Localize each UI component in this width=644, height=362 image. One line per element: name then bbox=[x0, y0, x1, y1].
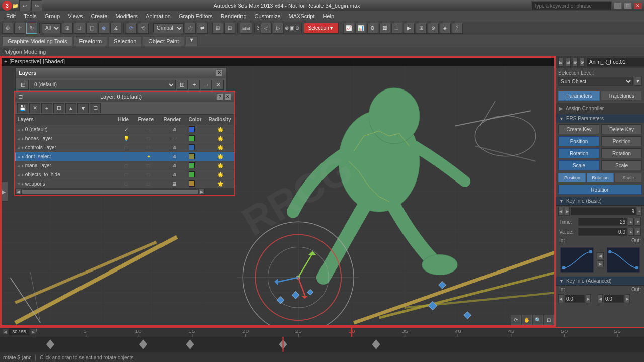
minimize-button[interactable]: ─ bbox=[614, 2, 622, 9]
reference-coord-select[interactable]: Gimbal bbox=[153, 23, 184, 33]
close-button[interactable]: ✕ bbox=[634, 2, 642, 9]
time-up-btn[interactable]: ▲ bbox=[628, 218, 634, 226]
menu-modifiers[interactable]: Modifiers bbox=[111, 11, 142, 21]
layer-row-objects-hide[interactable]: ≡ ♦ objects_to_hide □ □ 🖥 🌟 bbox=[16, 170, 234, 179]
ld-collapse-btn[interactable]: ⊟ bbox=[90, 103, 101, 113]
scroll-thumb[interactable] bbox=[22, 190, 198, 194]
menu-file-icon[interactable]: 📁 bbox=[12, 3, 18, 9]
layer-detail-scrollbar[interactable]: ◀ ▶ bbox=[15, 189, 234, 195]
adv-in-input[interactable] bbox=[565, 295, 585, 303]
menu-edit[interactable]: Edit bbox=[2, 11, 20, 21]
param-editor-btn[interactable]: ⚙ bbox=[367, 23, 378, 34]
in-curve-area[interactable] bbox=[560, 247, 594, 273]
menu-tools[interactable]: Tools bbox=[20, 11, 41, 21]
menu-animation[interactable]: Animation bbox=[142, 11, 175, 21]
curve-left-btn[interactable]: ◀ bbox=[597, 252, 604, 259]
create-rotation-btn[interactable]: Rotation bbox=[558, 148, 599, 158]
use-center-btn[interactable]: ◎ bbox=[185, 23, 196, 34]
viewport[interactable]: + [Perspective] [Shaded] bbox=[0, 56, 556, 327]
value-down-btn[interactable]: ▼ bbox=[635, 228, 641, 236]
layer-row-dont-select[interactable]: ≡ ♦ dont_select □ ✦ 🖥 🌟 bbox=[16, 152, 234, 161]
layer-color-dont[interactable] bbox=[187, 152, 207, 161]
tl-next-frame-btn[interactable]: ▶ bbox=[30, 329, 36, 335]
layer-freeze-objects[interactable]: □ bbox=[136, 170, 162, 179]
layer-color-default[interactable] bbox=[187, 125, 207, 134]
normal-align-btn[interactable]: ⊟ bbox=[224, 23, 235, 34]
undo-scene-btn[interactable]: ⟳ bbox=[126, 23, 137, 34]
prs-scale-btn[interactable]: Scale bbox=[615, 173, 642, 182]
layer-color-weapons[interactable] bbox=[187, 179, 207, 188]
layer-detail-close[interactable]: ✕ bbox=[224, 93, 231, 100]
snap-toggle-btn[interactable]: ⊗ bbox=[98, 23, 109, 34]
layer-mgr-btn[interactable]: ⊟⊞ bbox=[240, 23, 252, 34]
curve-right-btn[interactable]: ▶ bbox=[597, 260, 604, 267]
orbit-btn[interactable]: ⟳ bbox=[511, 315, 521, 325]
viewport-expand-btn[interactable]: ▶ bbox=[0, 182, 8, 202]
redo-btn[interactable]: ↪ bbox=[31, 0, 42, 11]
layer-row-weapons[interactable]: ≡ ♦ weapons □ □ 🖥 🌟 bbox=[16, 179, 234, 188]
sub-object-select[interactable]: Sub-Object bbox=[558, 77, 633, 86]
rp-icon-2[interactable]: ⊞ bbox=[566, 58, 571, 67]
key-info-advanced-header[interactable]: ▼ Key Info (Advanced) bbox=[556, 277, 644, 286]
layer-freeze-controls[interactable]: □ bbox=[136, 143, 162, 152]
time-down-btn[interactable]: ▼ bbox=[635, 218, 641, 226]
ld-merge-btn[interactable]: ⊞ bbox=[53, 103, 64, 113]
layer-color-controls[interactable] bbox=[187, 143, 207, 152]
out-curve-area[interactable] bbox=[607, 247, 640, 273]
menu-create[interactable]: Create bbox=[87, 11, 111, 21]
adv-in-arrow-left[interactable]: ◀ bbox=[558, 294, 564, 303]
window-crossing-btn[interactable]: ◫ bbox=[86, 23, 97, 34]
layer-color-mana[interactable] bbox=[187, 161, 207, 170]
create-selection-btn[interactable]: Selection ▼ bbox=[304, 23, 339, 34]
layer-render-dont[interactable]: 🖥 bbox=[162, 152, 187, 161]
menu-rendering[interactable]: Rendering bbox=[217, 11, 251, 21]
undo-btn[interactable]: ↩ bbox=[19, 0, 30, 11]
mirror-btn[interactable]: ⇌ bbox=[197, 23, 208, 34]
layers-add-btn[interactable]: + bbox=[189, 80, 200, 90]
render-iter-btn[interactable]: ⊞ bbox=[416, 23, 427, 34]
ld-close-btn[interactable]: ✕ bbox=[29, 103, 40, 113]
create-position-btn[interactable]: Position bbox=[558, 136, 599, 146]
ld-down-btn[interactable]: ▼ bbox=[77, 103, 89, 113]
menu-maxscript[interactable]: MAXScript bbox=[285, 11, 319, 21]
time-input[interactable] bbox=[578, 218, 627, 226]
render-btn[interactable]: 🖼 bbox=[379, 23, 390, 34]
prs-rotation-btn[interactable]: Rotation bbox=[587, 173, 614, 182]
tab-selection[interactable]: Selection bbox=[108, 36, 142, 46]
menu-graph-editors[interactable]: Graph Editors bbox=[175, 11, 217, 21]
adv-in-arrow-right[interactable]: ▶ bbox=[586, 294, 591, 303]
align-btn[interactable]: ⊞ bbox=[212, 23, 223, 34]
layers-render-btn[interactable]: ⊞ bbox=[177, 80, 188, 90]
maximize-button[interactable]: □ bbox=[624, 2, 632, 9]
layer-render-bones[interactable]: — bbox=[162, 134, 187, 143]
scroll-left-btn[interactable]: ◀ bbox=[15, 189, 21, 195]
layer-render-mana[interactable]: 🖥 bbox=[162, 161, 187, 170]
curve-editor-btn[interactable]: 📈 bbox=[343, 23, 354, 34]
create-scale-btn[interactable]: Scale bbox=[558, 160, 599, 170]
layer-freeze-mana[interactable]: □ bbox=[136, 161, 162, 170]
next-key-btn-rp[interactable]: ▶ bbox=[565, 207, 570, 216]
key-number-input[interactable] bbox=[571, 207, 636, 215]
adv-out-arrow-left[interactable]: ◀ bbox=[598, 294, 603, 303]
adv-out-arrow-right[interactable]: ▶ bbox=[625, 294, 630, 303]
layer-render-controls[interactable]: 🖥 bbox=[162, 143, 187, 152]
render-to-tex-btn[interactable]: ⊗ bbox=[428, 23, 439, 34]
zoom-btn[interactable]: 🔍 bbox=[533, 315, 543, 325]
layer-row-bones[interactable]: ≡ ♦ bones_layer 💡 □ — 🌟 bbox=[16, 134, 234, 143]
ld-add-btn[interactable]: + bbox=[41, 103, 52, 113]
select-by-name-btn[interactable]: ⊞ bbox=[62, 23, 73, 34]
rp-icon-4[interactable]: ⊗ bbox=[580, 58, 585, 67]
layer-hide-bones[interactable]: 💡 bbox=[116, 134, 136, 143]
filter-select[interactable]: All bbox=[42, 23, 61, 33]
next-key-btn[interactable]: ▷ bbox=[273, 23, 284, 34]
adv-out-input[interactable] bbox=[604, 295, 624, 303]
tab-graphite-modeling[interactable]: Graphite Modeling Tools bbox=[2, 36, 72, 46]
tl-prev-frame-btn[interactable]: ◀ bbox=[2, 329, 8, 335]
layer-hide-objects[interactable]: □ bbox=[116, 170, 136, 179]
layers-icon-btn[interactable]: ⊟ bbox=[18, 80, 29, 90]
scroll-right-btn[interactable]: ▶ bbox=[199, 189, 205, 195]
delete-scale-btn[interactable]: Scale bbox=[601, 160, 642, 170]
angle-snap-btn[interactable]: ∡ bbox=[110, 23, 121, 34]
prs-parameters-header[interactable]: ▼ PRS Parameters bbox=[556, 114, 644, 123]
select-tool-btn[interactable]: ⊕ bbox=[2, 23, 13, 34]
